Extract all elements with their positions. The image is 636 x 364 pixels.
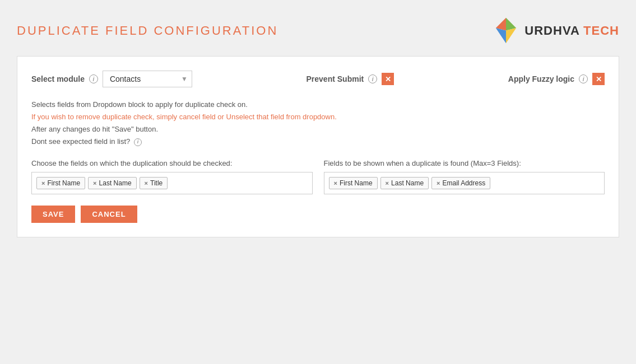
tag-remove-last-name-right[interactable]: × xyxy=(386,180,389,186)
tag-label-last-name-left: Last Name xyxy=(99,179,132,187)
tag-last-name-right: × Last Name xyxy=(380,177,429,189)
right-fields-label: Fields to be shown when a duplicate is f… xyxy=(324,159,605,167)
svg-marker-3 xyxy=(496,28,506,43)
prevent-submit-info-icon[interactable]: i xyxy=(368,74,377,83)
right-fields-group: Fields to be shown when a duplicate is f… xyxy=(324,159,605,194)
button-row: SAVE CANCEL xyxy=(31,206,605,223)
info-line-4: Dont see expected field in list? i xyxy=(31,136,605,148)
tag-remove-title-left[interactable]: × xyxy=(145,180,148,186)
tag-remove-first-name-left[interactable]: × xyxy=(41,180,45,186)
info-section: Selects fields from Dropdown block to ap… xyxy=(31,99,605,148)
save-button[interactable]: SAVE xyxy=(31,206,75,223)
tag-label-last-name-right: Last Name xyxy=(391,179,424,187)
tag-remove-last-name-left[interactable]: × xyxy=(93,180,96,186)
info-line-3: After any changes do hit "Save" button. xyxy=(31,123,605,136)
tag-first-name-right: × First Name xyxy=(329,177,378,189)
tag-title-left: × Title xyxy=(140,177,168,189)
page-title: DUPLICATE FIELD CONFIGURATION xyxy=(17,24,278,38)
prevent-submit-toggle[interactable]: ✕ xyxy=(382,73,394,85)
tag-label-title-left: Title xyxy=(150,179,163,187)
svg-marker-4 xyxy=(506,28,516,43)
header: DUPLICATE FIELD CONFIGURATION URDHVA TEC… xyxy=(17,17,619,45)
apply-fuzzy-logic-toggle[interactable]: ✕ xyxy=(592,73,605,85)
controls-row: Select module i Contacts Leads Accounts … xyxy=(31,71,605,87)
cancel-button[interactable]: CANCEL xyxy=(81,206,137,223)
left-tags-input[interactable]: × First Name × Last Name × Title xyxy=(31,172,313,194)
tag-remove-email-address-right[interactable]: × xyxy=(437,180,440,186)
info-line-2: If you wish to remove duplicate check, s… xyxy=(31,111,605,123)
apply-fuzzy-logic-label: Apply Fuzzy logic xyxy=(508,74,574,83)
select-module-group: Select module i Contacts Leads Accounts … xyxy=(31,71,192,87)
tag-email-address-right: × Email Address xyxy=(431,177,490,189)
apply-fuzzy-logic-group: Apply Fuzzy logic i ✕ xyxy=(508,73,605,85)
prevent-submit-group: Prevent Submit i ✕ xyxy=(307,73,394,85)
fields-row: Choose the fields on which the duplicati… xyxy=(31,159,605,194)
logo-area: URDHVA TECH xyxy=(492,17,619,45)
left-fields-group: Choose the fields on which the duplicati… xyxy=(31,159,313,194)
tag-label-first-name-right: First Name xyxy=(340,179,373,187)
module-select[interactable]: Contacts Leads Accounts Opportunities xyxy=(103,71,192,87)
tag-first-name-left: × First Name xyxy=(36,177,85,189)
select-module-info-icon[interactable]: i xyxy=(89,74,98,83)
main-card: Select module i Contacts Leads Accounts … xyxy=(17,56,619,237)
logo-text: URDHVA TECH xyxy=(524,24,619,38)
tag-label-email-address-right: Email Address xyxy=(443,179,486,187)
apply-fuzzy-logic-info-icon[interactable]: i xyxy=(579,74,588,83)
right-tags-input[interactable]: × First Name × Last Name × Email Address xyxy=(324,172,605,194)
left-fields-label: Choose the fields on which the duplicati… xyxy=(31,159,313,167)
tag-label-first-name-left: First Name xyxy=(47,179,80,187)
field-list-info-icon[interactable]: i xyxy=(134,138,142,146)
prevent-submit-label: Prevent Submit xyxy=(307,74,364,83)
tag-remove-first-name-right[interactable]: × xyxy=(334,180,337,186)
info-line-1: Selects fields from Dropdown block to ap… xyxy=(31,99,605,111)
logo-icon xyxy=(492,17,520,45)
select-module-label: Select module xyxy=(31,74,85,83)
module-select-wrapper: Contacts Leads Accounts Opportunities ▼ xyxy=(103,71,192,87)
tag-last-name-left: × Last Name xyxy=(88,177,136,189)
